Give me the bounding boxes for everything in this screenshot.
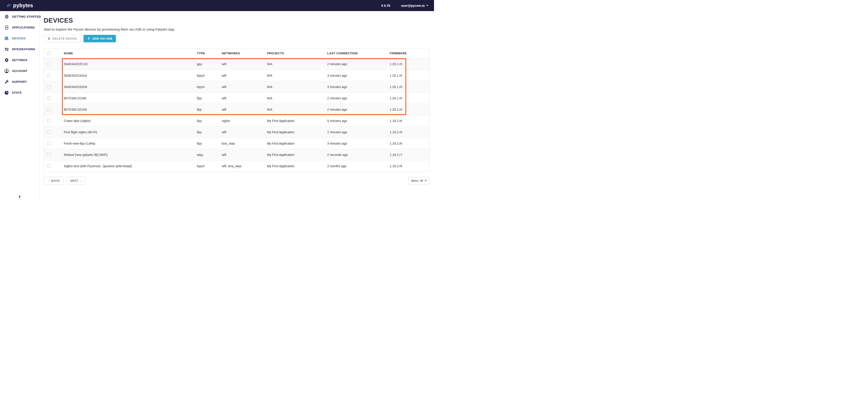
device-last-connection: 3 minutes ago [326,142,388,145]
column-header-last-connection: LAST CONNECTION [326,52,388,55]
device-last-connection: 5 minutes ago [326,119,388,123]
select-all-checkbox[interactable] [47,52,51,55]
row-checkbox-cell [44,108,62,111]
sidebar-item-label: APPLICATIONS [12,26,35,29]
row-checkbox-cell [44,164,62,168]
sidebar-item-integrations[interactable]: INTEGRATIONS [0,44,39,55]
device-networks: wifi, lora_otaa [220,164,265,168]
sidebar-item-getting-started[interactable]: GETTING STARTED [0,11,39,22]
table-row: 30AEA42D32D8 lopy4 wifi N/A 3 minutes ag… [44,81,429,92]
row-checkbox[interactable] [47,108,51,111]
device-firmware: 1.20.1.r0 [388,96,430,100]
delete-device-button[interactable]: DELETE DEVICE [44,35,81,42]
back-button[interactable]: ← BACK [44,177,64,185]
device-firmware: 1.18.2.r6 [388,142,430,145]
device-networks: sigfox [220,119,265,123]
devices-table: NAMETYPENETWORKSPROJECTSLAST CONNECTIONF… [44,48,430,172]
table-row: 30AEA42CEC4C gpy wifi N/A 2 minutes ago … [44,58,429,70]
row-checkbox[interactable] [47,130,51,134]
row-checkbox-cell [44,74,62,77]
row-checkbox[interactable] [47,119,51,122]
sidebar-item-settings[interactable]: SETTINGS [0,55,39,65]
row-checkbox[interactable] [47,62,51,66]
main-content: DEVICES Start to explore the Pycom devic… [40,11,434,202]
device-last-connection: 2 seconds ago [326,153,388,157]
sidebar-nav: GETTING STARTED APPLICATIONS DEVICES INT… [0,11,40,202]
device-networks: wifi [220,85,265,89]
items-per-page-dropdown[interactable]: Items: 30 [408,177,430,184]
device-last-connection: 2 minutes ago [326,108,388,111]
sidebar-item-support[interactable]: SUPPORT [0,76,39,87]
sidebar-item-applications[interactable]: APPLICATIONS [0,22,39,33]
column-header-firmware: FIRMWARE [388,52,430,55]
device-projects: N/A [265,85,326,89]
device-name[interactable]: 807D3AC31340 [62,96,195,100]
device-firmware: 1.20.1.r0 [388,108,430,111]
device-type: gpy [195,62,220,66]
device-name[interactable]: 807D3AC322A8 [62,108,195,111]
device-projects: N/A [265,96,326,100]
row-checkbox[interactable] [47,153,51,156]
device-name[interactable]: 30AEA42CEC4C [62,62,195,66]
device-name[interactable]: First flight sigfox (Wi-Fi) [62,130,195,134]
person-icon [4,68,9,73]
device-firmware: 1.20.1.r0 [388,74,430,78]
device-projects: My First Application [265,130,326,134]
pybytes-logo[interactable]: pybytes [6,2,33,9]
device-projects: N/A [265,62,326,66]
sidebar-item-devices[interactable]: DEVICES [0,33,39,44]
device-type: lopy4 [195,164,220,168]
device-type: wipy [195,153,220,157]
trash-icon [47,37,51,40]
row-checkbox[interactable] [47,74,51,77]
add-via-usb-button[interactable]: ADD VIA USB [84,35,116,42]
row-checkbox[interactable] [47,164,51,168]
row-checkbox-cell [44,96,62,100]
device-type: lopy4 [195,74,220,78]
row-checkbox-cell [44,62,62,66]
row-checkbox[interactable] [47,85,51,89]
collapse-sidebar-icon[interactable]: ‹ [0,193,39,199]
user-menu[interactable]: user@pycom.io [401,4,428,7]
items-per-page-label: Items: 30 [411,179,423,182]
gear-icon [4,58,9,62]
table-row: Sigfox-test (with Pysense) - [pastoor pe… [44,160,429,172]
table-header-row: NAMETYPENETWORKSPROJECTSLAST CONNECTIONF… [44,49,429,58]
device-projects: My First Application [265,119,326,123]
sidebar-item-stats[interactable]: STATS [0,87,39,98]
device-networks: wifi [220,74,265,78]
wrench-icon [4,79,9,84]
gear-outline-icon [4,14,9,19]
user-email: user@pycom.io [401,4,425,7]
sidebar-item-account[interactable]: ACCOUNT [0,65,39,76]
device-name[interactable]: 30AEA42D32A4 [62,74,195,78]
device-last-connection: 2 minutes ago [326,96,388,100]
next-button[interactable]: NEXT → [66,177,86,185]
device-last-connection: 2 months ago [326,164,388,168]
device-name[interactable]: Reboot [new pybytes lib] (WiFi) [62,153,195,157]
device-networks: wifi [220,96,265,100]
table-row: Reboot [new pybytes lib] (WiFi) wipy wif… [44,149,429,160]
table-row: Fresh-new-fipy (LoRa) fipy lora_otaa My … [44,137,429,149]
column-header-networks: NETWORKS [220,52,265,55]
device-name[interactable]: 30AEA42D32D8 [62,85,195,89]
device-networks: wifi [220,62,265,66]
app-code-icon [4,25,9,30]
table-row: 30AEA42D32A4 lopy4 wifi N/A 3 minutes ag… [44,70,429,81]
chevron-down-icon [426,5,428,6]
device-name[interactable]: Crater-lake (sigfox) [62,119,195,123]
row-checkbox[interactable] [47,96,51,100]
device-name[interactable]: Fresh-new-fipy (LoRa) [62,142,195,145]
device-last-connection: 3 minutes ago [326,85,388,89]
sidebar-item-label: STATS [12,91,22,94]
sidebar-item-label: SUPPORT [12,80,27,84]
device-type: fipy [195,130,220,134]
device-name[interactable]: Sigfox-test (with Pysense) - [pastoor pe… [62,164,195,168]
row-checkbox[interactable] [47,142,51,145]
add-via-usb-label: ADD VIA USB [92,37,112,40]
account-balance: € 0.76 [381,4,390,7]
row-checkbox-cell [44,153,62,156]
row-checkbox-cell [44,85,62,89]
chevron-down-icon [425,180,427,181]
device-firmware: 1.18.2.r7 [388,153,430,157]
